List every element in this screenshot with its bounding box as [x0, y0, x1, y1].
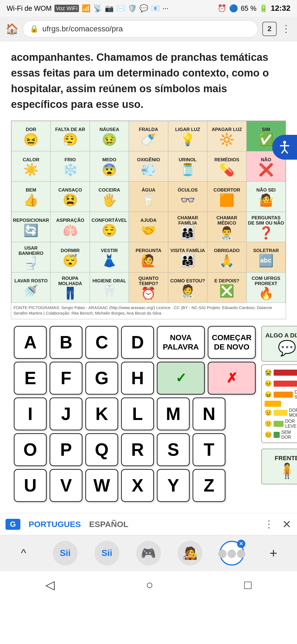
picto-cell-vestir[interactable]: VESTIR 👗 — [90, 242, 129, 272]
key-Y[interactable]: Y — [157, 469, 190, 502]
picto-cell-medo[interactable]: MEDO 😨 — [90, 151, 129, 182]
key-J[interactable]: J — [50, 397, 82, 430]
picto-cell-chamar-médico[interactable]: CHAMAR MÉDICO 👨‍⚕️ — [207, 212, 246, 242]
picto-cell-falta-de-ar[interactable]: FALTA DE AR 😮‍💨 — [51, 121, 90, 151]
picto-cell-reposicionar[interactable]: REPOSICIONAR 🔄 — [12, 212, 51, 242]
pain-bar-row: 😣DOR MUITO SEVERA — [265, 379, 297, 389]
key-P[interactable]: P — [50, 433, 82, 466]
picto-cell-bem[interactable]: BEM 👍 — [12, 182, 51, 212]
picto-cell-apagar-luz[interactable]: APAGAR LUZ 🔆 — [207, 121, 246, 151]
browser-more-menu[interactable]: ⋮ — [281, 23, 292, 35]
key-D[interactable]: D — [121, 326, 154, 359]
key-M[interactable]: M — [157, 397, 190, 430]
lang-espanol[interactable]: ESPAÑOL — [89, 520, 128, 529]
key-R[interactable]: R — [121, 433, 154, 466]
picto-cell-oxigênio[interactable]: OXIGÊNIO 💨 — [129, 151, 168, 182]
picto-cell-com-ufrgs-prorext[interactable]: COM UFRGS PROREXT 🔥 — [247, 272, 286, 303]
picto-cell-fralda[interactable]: FRALDA 🍼 — [129, 121, 168, 151]
picto-cell-ajuda[interactable]: AJUDA 🤝 — [129, 212, 168, 242]
home-button[interactable]: 🏠 — [6, 23, 18, 35]
picto-cell-frio[interactable]: FRIO ❄️ — [51, 151, 90, 182]
key-E[interactable]: E — [14, 362, 47, 395]
picto-cell-roupa-molhada[interactable]: ROUPA MOLHADA 👖 — [51, 272, 90, 303]
picto-cell-e-depois?[interactable]: E DEPOIS? ❎ — [207, 272, 246, 303]
picto-cell-chamar-família[interactable]: CHAMAR FAMÍLIA 👨‍👩‍👧 — [168, 212, 207, 242]
picto-cell-como-estou?[interactable]: COMO ESTOU? 🧑‍⚕️ — [168, 272, 207, 303]
picto-cell-náusea[interactable]: NÁUSEA 🤢 — [90, 121, 129, 151]
messenger-icon: 💬 — [139, 4, 148, 13]
key-S[interactable]: S — [157, 433, 190, 466]
key-B[interactable]: B — [50, 326, 82, 359]
key-sim[interactable]: ✓ — [157, 362, 205, 395]
key-começar-de-novo[interactable]: COMEÇAR DE NOVO — [208, 326, 256, 359]
panel-card-frente[interactable]: FRENTE🧍 — [261, 449, 297, 484]
key-C[interactable]: C — [85, 326, 118, 359]
app-game[interactable]: 🎮 — [136, 541, 161, 566]
battery-icon: 🔋 — [259, 4, 268, 13]
accessibility-button[interactable] — [272, 135, 297, 160]
picto-cell-não-sei[interactable]: NÃO SEI 🤷 — [247, 182, 286, 212]
key-F[interactable]: F — [50, 362, 82, 395]
picto-cell-dormir[interactable]: DORMIR 😴 — [51, 242, 90, 272]
add-app-button[interactable]: + — [261, 541, 286, 566]
picto-cell-confortável[interactable]: CONFORTÁVEL 😌 — [90, 212, 129, 242]
key-O[interactable]: O — [14, 433, 47, 466]
recents-button[interactable]: □ — [244, 578, 252, 592]
key-W[interactable]: W — [85, 469, 118, 502]
svg-point-0 — [283, 141, 286, 144]
picto-cell-urinol[interactable]: URINOL 🫙 — [168, 151, 207, 182]
app-dots-loading[interactable]: ⬤⬤⬤ ✕ — [219, 541, 244, 566]
key-T[interactable]: T — [193, 433, 226, 466]
key-I[interactable]: I — [14, 397, 47, 430]
picto-cell-coceira[interactable]: COCEIRA 🖐️ — [90, 182, 129, 212]
picto-cell-lavar-rosto[interactable]: LAVAR ROSTO 🚿 — [12, 272, 51, 303]
key-G[interactable]: G — [85, 362, 118, 395]
pain-bar-row: 😟DOR MODERADA — [265, 408, 297, 418]
picto-cell-quanto-tempo?[interactable]: QUANTO TEMPO? ⏰ — [129, 272, 168, 303]
key-L[interactable]: L — [121, 397, 154, 430]
key-H[interactable]: H — [121, 362, 154, 395]
app-sii-1[interactable]: Sii — [53, 541, 78, 566]
picto-cell-remédios[interactable]: REMÉDIOS 💊 — [207, 151, 246, 182]
close-badge[interactable]: ✕ — [237, 540, 245, 548]
key-Q[interactable]: Q — [85, 433, 118, 466]
key-Z[interactable]: Z — [193, 469, 226, 502]
expand-button[interactable]: ^ — [11, 541, 36, 566]
picto-cell-obrigado[interactable]: OBRIGADO 🙏 — [207, 242, 246, 272]
picto-cell-ligar-luz[interactable]: LIGAR LUZ 💡 — [168, 121, 207, 151]
key-K[interactable]: K — [85, 397, 118, 430]
key-A[interactable]: A — [14, 326, 47, 359]
picto-cell-dor[interactable]: DOR 😖 — [12, 121, 51, 151]
picto-cell-cansaço[interactable]: CANSAÇO 😫 — [51, 182, 90, 212]
more-dots: ··· — [163, 4, 169, 13]
tab-count[interactable]: 2 — [262, 22, 277, 36]
translation-more-button[interactable]: ⋮ — [264, 519, 274, 530]
key-N[interactable]: N — [193, 397, 226, 430]
picto-cell-visita-família[interactable]: VISITA FAMÍLIA 👨‍👩‍👧 — [168, 242, 207, 272]
picto-cell-pergunta[interactable]: PERGUNTA 🙋 — [129, 242, 168, 272]
picto-cell-óculos[interactable]: ÓCULOS 👓 — [168, 182, 207, 212]
translation-close-button[interactable]: ✕ — [282, 518, 292, 531]
app-sii-2[interactable]: Sii — [95, 541, 119, 566]
time-text: 12:32 — [271, 4, 290, 13]
picto-cell-aspiração[interactable]: ASPIRAÇÃO 🫁 — [51, 212, 90, 242]
picto-cell-higiene-oral[interactable]: HIGIENE ORAL 🦷 — [90, 272, 129, 303]
mail2-icon: 📧 — [151, 4, 160, 13]
key-X[interactable]: X — [121, 469, 154, 502]
panel-card-algo-a-dizer[interactable]: ALGO A DIZER💬 — [261, 326, 297, 362]
picto-cell-perguntas-de-sim-ou-não[interactable]: PERGUNTAS DE SIM OU NÃO ❓ — [247, 212, 286, 242]
key-U[interactable]: U — [14, 469, 47, 502]
picto-cell-usar-banheiro[interactable]: USAR BANHEIRO 🚽 — [12, 242, 51, 272]
picto-cell-soletrar[interactable]: SOLETRAR 🔤 — [247, 242, 286, 272]
lang-portugues[interactable]: PORTUGUES — [29, 520, 81, 529]
back-button[interactable]: ◁ — [45, 578, 55, 592]
picto-cell-cobertor[interactable]: COBERTOR 🟧 — [207, 182, 246, 212]
key-V[interactable]: V — [50, 469, 82, 502]
key-nova-palavra[interactable]: NOVA PALAVRA — [157, 326, 205, 359]
app-avatar[interactable]: 🧑‍🎤 — [178, 541, 202, 566]
picto-cell-água[interactable]: ÁGUA 🥛 — [129, 182, 168, 212]
picto-cell-calor[interactable]: CALOR ☀️ — [12, 151, 51, 182]
home-phone-button[interactable]: ○ — [146, 578, 153, 592]
url-bar[interactable]: 🔒 ufrgs.br/comacesso/pra — [23, 20, 258, 37]
key-não[interactable]: ✗ — [208, 362, 256, 395]
